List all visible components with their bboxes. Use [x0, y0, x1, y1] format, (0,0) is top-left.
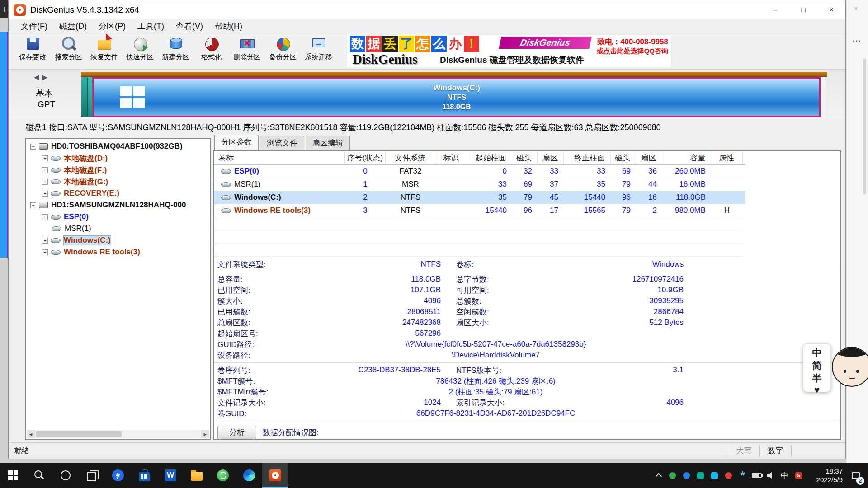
tab-扇区编辑[interactable]: 扇区编辑 — [306, 136, 350, 150]
menu-item[interactable]: 帮助(H) — [209, 19, 248, 33]
tray-blue-circle-icon[interactable] — [679, 463, 693, 488]
esp-partition-block[interactable] — [81, 77, 88, 117]
minimize-button[interactable]: – — [761, 0, 789, 19]
volume-icon[interactable] — [764, 463, 778, 488]
toolbar-button-backup-partition[interactable]: 备份分区 — [265, 33, 301, 69]
analyze-button[interactable]: 分析 — [217, 426, 256, 439]
partition-scheme-label: GPT — [38, 99, 55, 109]
tree-expander-icon[interactable]: − — [30, 144, 36, 150]
menu-item[interactable]: 文件(F) — [15, 19, 53, 33]
tray-red-app-icon[interactable] — [722, 463, 736, 488]
task-view-button[interactable] — [79, 463, 105, 488]
tray-snowflake-icon[interactable]: * — [736, 463, 750, 488]
toolbar-button-format[interactable]: 格式化 — [193, 33, 229, 69]
tree-expander-icon[interactable]: + — [42, 179, 48, 185]
column-header: 文件系统 — [386, 151, 435, 164]
app-edge[interactable] — [236, 463, 262, 488]
toolbar-button-save[interactable]: 保存更改 — [15, 33, 51, 69]
table-row[interactable]: MSR(1)1MSR33693735794416.0MB — [214, 178, 745, 191]
toolbar-button-system-migrate[interactable]: 系统迁移 — [301, 33, 336, 69]
menu-item[interactable]: 磁盘(D) — [53, 19, 93, 33]
maximize-button[interactable]: □ — [789, 0, 817, 19]
ime-heart-icon[interactable]: ♥ — [814, 385, 820, 395]
detail-value: Windows — [549, 260, 684, 269]
banner-ad[interactable]: 数据丢了怎么办！ DiskGenius DiskGenius 致电：400-00… — [347, 35, 671, 68]
cortana-button[interactable] — [52, 463, 79, 488]
tree-item[interactable]: +RECOVERY(E:) — [27, 188, 209, 199]
tray-expand-icon[interactable] — [651, 463, 665, 488]
clock[interactable]: 18:37 2022/5/9 — [806, 467, 845, 484]
app-word[interactable]: W — [157, 463, 184, 488]
scrollbar-thumb[interactable] — [36, 431, 122, 437]
tree-horizontal-scrollbar[interactable]: ◄ ► — [27, 430, 209, 438]
re-tools-partition-block[interactable] — [821, 77, 827, 117]
ime-assistant-avatar[interactable] — [832, 347, 868, 387]
table-cell: 118.0GB — [662, 193, 711, 202]
table-body: ESP(0)0FAT3203233336936260.0MBMSR(1)1MSR… — [214, 165, 745, 257]
search-button[interactable] — [26, 463, 52, 488]
prev-disk-icon[interactable]: ◀ — [34, 73, 42, 81]
battery-icon[interactable] — [750, 463, 764, 488]
tree-expander-icon[interactable]: + — [42, 249, 48, 255]
table-row[interactable]: Windows(C:)2NTFS357945154409616118.0GB — [214, 191, 745, 204]
app-store[interactable] — [131, 463, 157, 488]
background-close-icon: × — [854, 5, 858, 12]
ime-simplified-indicator[interactable]: 简 — [812, 359, 822, 372]
app-lightning[interactable] — [105, 463, 131, 488]
close-button[interactable]: × — [817, 0, 845, 19]
action-center-button[interactable]: 2 — [845, 472, 866, 479]
ime-status-box[interactable]: 中 简 半 ♥ — [803, 343, 831, 392]
table-cell: 260.0MB — [662, 167, 711, 176]
toolbar-button-quick-partition[interactable]: 快速分区 — [122, 33, 158, 69]
scroll-right-icon[interactable]: ► — [201, 430, 209, 438]
app-file-explorer[interactable] — [184, 463, 210, 488]
sogou-icon[interactable]: S — [792, 463, 806, 488]
start-button[interactable] — [0, 463, 26, 488]
table-row[interactable]: ESP(0)0FAT3203233336936260.0MB — [214, 165, 745, 178]
banner-qq-link[interactable]: 或点击此处选择QQ咨询 — [597, 47, 668, 56]
tree-item[interactable]: +Windows RE tools(3) — [27, 246, 209, 258]
ime-chinese-indicator[interactable]: 中 — [812, 347, 822, 359]
tree-item[interactable]: +ESP(0) — [27, 211, 209, 223]
tree-expander-icon[interactable]: + — [42, 238, 48, 244]
detail-row: 起始扇区号:567296 — [214, 328, 840, 339]
tree-item[interactable]: −HD0:TOSHIBAMQ04ABF100(932GB) — [27, 141, 209, 152]
tree-expander-icon[interactable]: + — [42, 191, 48, 197]
tree-item[interactable]: MSR(1) — [27, 223, 209, 235]
tree-expander-icon[interactable]: + — [42, 167, 48, 173]
table-cell: NTFS — [386, 193, 435, 202]
clock-date: 2022/5/9 — [806, 475, 843, 484]
disk-nav-arrows[interactable]: ◀▶ — [34, 73, 51, 81]
tray-qq-icon[interactable] — [708, 463, 722, 488]
detail-separator — [214, 362, 840, 363]
windows-c-partition-block[interactable]: Windows(C:) NTFS 118.0GB — [93, 77, 821, 117]
next-disk-icon[interactable]: ▶ — [42, 73, 51, 81]
tree-item[interactable]: +Windows(C:) — [27, 235, 209, 246]
tray-teal-app-icon[interactable] — [693, 463, 708, 488]
ime-widget[interactable]: 中 简 半 ♥ — [803, 343, 868, 392]
tab-分区参数[interactable]: 分区参数 — [214, 135, 259, 150]
tree-expander-icon[interactable]: + — [42, 155, 48, 161]
app-browser-green[interactable] — [210, 463, 236, 488]
tab-浏览文件[interactable]: 浏览文件 — [260, 136, 304, 150]
tree-expander-icon[interactable]: + — [42, 214, 48, 220]
menu-item[interactable]: 查看(V) — [170, 19, 209, 33]
scroll-left-icon[interactable]: ◄ — [27, 430, 35, 438]
tray-green-app-icon[interactable] — [665, 463, 679, 488]
tree-item[interactable]: +本地磁盘(D:) — [27, 152, 209, 164]
toolbar-button-recover[interactable]: 恢复文件 — [86, 33, 122, 69]
menu-item[interactable]: 工具(T) — [132, 19, 170, 33]
tree-expander-icon[interactable]: − — [30, 202, 36, 208]
menu-item[interactable]: 分区(P) — [93, 19, 132, 33]
toolbar-button-search[interactable]: 搜索分区 — [51, 33, 86, 69]
tree-item[interactable]: +本地磁盘(F:) — [27, 164, 209, 176]
tree-item[interactable]: +本地磁盘(G:) — [27, 176, 209, 188]
ime-language-indicator[interactable]: 中 — [778, 463, 792, 488]
toolbar-button-delete-partition[interactable]: 删除分区 — [229, 33, 265, 69]
tree-item[interactable]: −HD1:SAMSUNGMZNLN128HAHQ-000 — [27, 199, 209, 211]
table-row[interactable]: Windows RE tools(3)3NTFS1544096171556579… — [214, 204, 745, 217]
msr-partition-block[interactable] — [88, 77, 93, 117]
toolbar-button-new-partition[interactable]: 新建分区 — [158, 33, 193, 69]
app-diskgenius[interactable] — [262, 463, 288, 488]
ime-halfwidth-indicator[interactable]: 半 — [812, 372, 822, 385]
